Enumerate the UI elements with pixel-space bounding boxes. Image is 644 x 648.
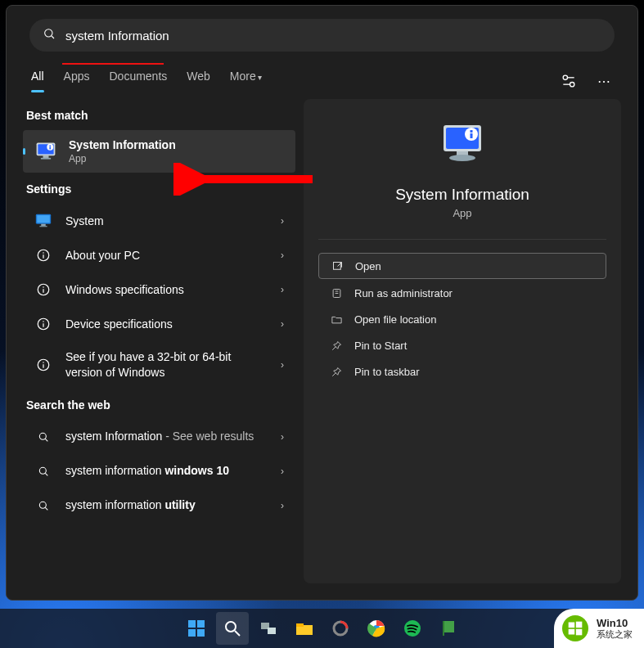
search-icon <box>34 462 52 480</box>
web-item-1[interactable]: system information windows 10 › <box>23 454 295 488</box>
best-match-result[interactable]: System Information App <box>23 130 295 173</box>
svg-rect-49 <box>188 629 196 637</box>
action-pin-start[interactable]: Pin to Start <box>318 333 606 358</box>
svg-point-25 <box>43 321 44 322</box>
svg-line-52 <box>235 631 240 636</box>
info-icon <box>34 246 52 264</box>
search-icon <box>34 428 52 446</box>
svg-rect-9 <box>49 146 51 147</box>
chevron-right-icon: › <box>281 500 284 511</box>
settings-item-winspec[interactable]: Windows specifications › <box>23 272 295 307</box>
svg-point-51 <box>226 622 236 632</box>
tab-more[interactable]: More▾ <box>230 70 262 92</box>
start-search-panel: All Apps Documents Web More▾ ⋯ Best matc… <box>6 5 638 601</box>
svg-rect-42 <box>333 262 340 269</box>
divider <box>318 239 606 240</box>
settings-item-32or64[interactable]: See if you have a 32-bit or 64-bit versi… <box>23 341 295 389</box>
info-icon <box>34 356 52 374</box>
svg-rect-55 <box>296 623 304 627</box>
action-open-location[interactable]: Open file location <box>318 307 606 331</box>
svg-point-41 <box>449 155 475 161</box>
pin-icon <box>330 365 343 378</box>
search-bar[interactable] <box>29 19 615 52</box>
svg-point-33 <box>39 502 46 508</box>
svg-point-31 <box>39 467 46 474</box>
results-column: Best match System Information Ap <box>23 99 295 583</box>
search-input[interactable] <box>65 29 601 43</box>
svg-point-29 <box>39 433 46 439</box>
svg-rect-38 <box>471 130 473 133</box>
svg-rect-61 <box>443 621 444 636</box>
tab-documents[interactable]: Documents <box>109 70 167 92</box>
chevron-down-icon: ▾ <box>258 73 262 82</box>
info-icon <box>34 315 52 333</box>
chevron-right-icon: › <box>281 359 284 371</box>
action-label: Pin to taskbar <box>354 366 420 378</box>
folder-icon <box>330 313 343 326</box>
svg-line-1 <box>52 36 54 38</box>
tab-all[interactable]: All <box>31 70 44 92</box>
svg-rect-12 <box>41 158 51 160</box>
svg-rect-47 <box>188 620 196 628</box>
action-list: Open Run as administrator Open file loca… <box>318 253 606 384</box>
file-explorer-button[interactable] <box>288 612 321 645</box>
info-icon <box>34 281 52 299</box>
web-item-2[interactable]: system information utility › <box>23 488 295 523</box>
app-unknown-circle[interactable] <box>324 612 357 645</box>
windows-logo-icon <box>562 615 588 641</box>
detail-pane: System Information App Open Run as admin… <box>304 99 621 583</box>
tab-web[interactable]: Web <box>187 70 210 92</box>
settings-item-devspec[interactable]: Device specifications › <box>23 307 295 341</box>
watermark-line1: Win10 <box>597 618 633 629</box>
search-taskbar-button[interactable] <box>216 612 249 645</box>
web-item-label: system Information - See web results <box>65 429 268 444</box>
app-green-flag[interactable] <box>432 612 465 645</box>
quick-settings-icon[interactable] <box>561 73 577 89</box>
section-best-match: Best match <box>26 109 295 122</box>
more-options-icon[interactable]: ⋯ <box>597 73 613 89</box>
svg-rect-63 <box>576 622 583 628</box>
taskbar <box>0 609 644 648</box>
settings-item-label: Windows specifications <box>65 282 268 298</box>
action-run-admin[interactable]: Run as administrator <box>318 281 606 305</box>
svg-point-2 <box>563 75 567 79</box>
svg-rect-39 <box>471 133 473 138</box>
tab-apps[interactable]: Apps <box>64 70 90 92</box>
svg-rect-48 <box>197 620 205 628</box>
action-pin-taskbar[interactable]: Pin to taskbar <box>318 359 606 384</box>
watermark-pill: Win10 系统之家 <box>554 609 644 648</box>
chevron-right-icon: › <box>281 466 284 477</box>
best-match-subtitle: App <box>69 153 176 164</box>
chrome-button[interactable] <box>360 612 393 645</box>
section-settings: Settings <box>26 182 295 196</box>
system-information-large-icon <box>440 122 484 166</box>
action-open[interactable]: Open <box>318 253 606 279</box>
shield-icon <box>330 286 343 299</box>
detail-subtitle: App <box>453 207 471 219</box>
settings-item-label: See if you have a 32-bit or 64-bit versi… <box>65 349 268 380</box>
chevron-right-icon: › <box>281 250 284 261</box>
start-button[interactable] <box>180 612 213 645</box>
task-view-button[interactable] <box>252 612 285 645</box>
svg-rect-54 <box>268 628 276 634</box>
svg-rect-16 <box>39 226 47 227</box>
web-item-0[interactable]: system Information - See web results › <box>23 420 295 454</box>
svg-point-0 <box>45 29 52 37</box>
svg-rect-60 <box>443 621 454 632</box>
svg-point-28 <box>43 362 44 363</box>
settings-item-about[interactable]: About your PC › <box>23 238 295 272</box>
open-external-icon <box>331 259 344 272</box>
settings-item-system[interactable]: System › <box>23 204 295 238</box>
action-label: Open <box>355 260 381 272</box>
web-item-label: system information windows 10 <box>65 463 268 479</box>
chevron-right-icon: › <box>281 215 284 227</box>
svg-line-34 <box>45 507 47 510</box>
search-icon <box>34 497 52 515</box>
svg-rect-14 <box>37 215 50 223</box>
pin-icon <box>330 339 343 352</box>
section-search-web: Search the web <box>26 398 295 412</box>
svg-rect-15 <box>41 224 46 226</box>
spotify-button[interactable] <box>396 612 429 645</box>
settings-item-label: Device specifications <box>65 317 268 332</box>
search-icon <box>43 27 56 43</box>
